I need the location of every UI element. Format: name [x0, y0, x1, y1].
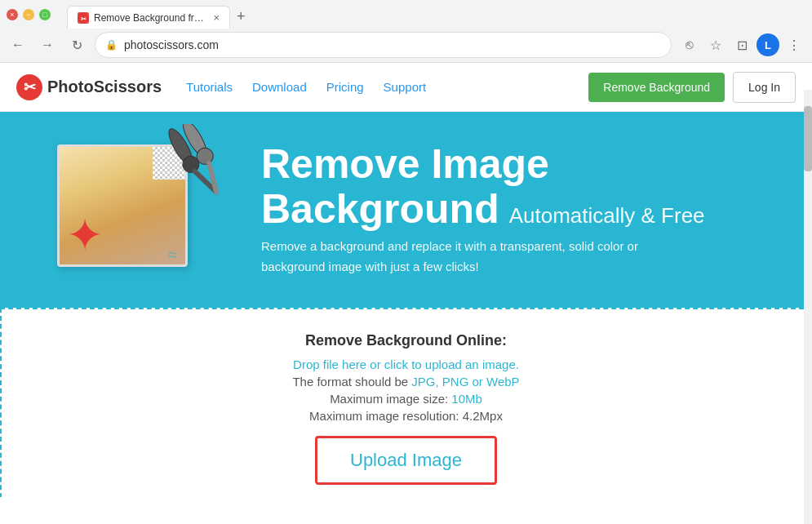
nav-links: Tutorials Download Pricing Support — [186, 80, 588, 94]
share-button[interactable]: ⎋ — [678, 33, 701, 56]
new-tab-button[interactable]: + — [230, 5, 252, 29]
browser-chrome: × − □ ✂ Remove Background from Ima... × — [0, 0, 812, 63]
tab-title: Remove Background from Ima... — [94, 12, 208, 24]
beach-elements: ≈ — [168, 246, 177, 264]
scrollbar-thumb[interactable] — [804, 106, 812, 171]
title-bar: × − □ ✂ Remove Background from Ima... × — [0, 0, 812, 29]
url-text: photoscissors.com — [124, 38, 661, 51]
split-view-button[interactable]: ⊡ — [730, 33, 753, 56]
back-button[interactable]: ← — [7, 33, 29, 56]
upload-size: Maximum image size: 10Mb — [330, 392, 482, 406]
menu-button[interactable]: ⋮ — [783, 33, 805, 56]
hero-title-line1: Remove Image — [261, 142, 779, 187]
active-tab[interactable]: ✂ Remove Background from Ima... × — [67, 6, 230, 29]
hero-subtitle: Automatically & Free — [509, 203, 705, 229]
starfish-image: ✦ — [66, 213, 104, 258]
hero-section: ✦ ≈ Remove Image Background Automaticall… — [0, 112, 812, 308]
site-nav: ✂ PhotoScissors Tutorials Download Prici… — [0, 63, 812, 112]
scissors-icon — [163, 124, 229, 222]
svg-text:✂: ✂ — [81, 16, 87, 23]
nav-download[interactable]: Download — [252, 80, 307, 94]
minimize-window-button[interactable]: − — [23, 9, 34, 20]
tab-bar: ✂ Remove Background from Ima... × + — [60, 1, 259, 29]
scrollbar[interactable] — [804, 90, 812, 524]
upload-res-value: 4.2Mpx — [463, 409, 503, 423]
url-bar[interactable]: 🔒 photoscissors.com — [95, 32, 672, 58]
upload-resolution: Maximum image resolution: 4.2Mpx — [309, 409, 503, 423]
upload-image-button[interactable]: Upload Image — [315, 436, 497, 485]
upload-formats: JPG, PNG or WebP — [411, 375, 519, 389]
window-controls[interactable]: × − □ — [7, 9, 51, 20]
nav-support[interactable]: Support — [384, 80, 427, 94]
remove-background-button[interactable]: Remove Background — [588, 73, 725, 102]
svg-text:✂: ✂ — [24, 79, 37, 95]
forward-button[interactable]: → — [36, 33, 59, 56]
upload-line2: The format should be JPG, PNG or WebP — [292, 375, 519, 389]
maximize-window-button[interactable]: □ — [39, 9, 51, 20]
hero-content: Remove Image Background Automatically & … — [245, 142, 779, 278]
browser-actions: ⎋ ☆ ⊡ L ⋮ — [678, 33, 805, 56]
website-content: ✂ PhotoScissors Tutorials Download Prici… — [0, 63, 812, 497]
nav-pricing[interactable]: Pricing — [326, 80, 364, 94]
nav-tutorials[interactable]: Tutorials — [186, 80, 233, 94]
upload-section: Remove Background Online: Drop file here… — [0, 308, 812, 497]
refresh-button[interactable]: ↻ — [65, 33, 88, 56]
site-logo[interactable]: ✂ PhotoScissors — [16, 74, 162, 100]
tab-favicon: ✂ — [78, 12, 89, 24]
logo-icon: ✂ — [16, 74, 42, 100]
upload-line1: Drop file here or click to upload an ima… — [293, 357, 519, 371]
logo-text: PhotoScissors — [47, 78, 162, 96]
login-button[interactable]: Log In — [733, 72, 796, 103]
hero-description: Remove a background and replace it with … — [261, 237, 669, 278]
lock-icon: 🔒 — [105, 39, 118, 51]
upload-title: Remove Background Online: — [305, 332, 507, 349]
tab-close-button[interactable]: × — [213, 11, 220, 24]
upload-size-value: 10Mb — [451, 392, 482, 406]
nav-actions: Remove Background Log In — [588, 72, 796, 103]
close-window-button[interactable]: × — [7, 9, 18, 20]
hero-title-line2: Background — [261, 187, 499, 232]
profile-avatar[interactable]: L — [757, 33, 779, 56]
address-bar: ← → ↻ 🔒 photoscissors.com ⎋ ☆ ⊡ L ⋮ — [0, 29, 812, 62]
hero-image: ✦ ≈ — [33, 120, 245, 300]
bookmark-button[interactable]: ☆ — [704, 33, 727, 56]
